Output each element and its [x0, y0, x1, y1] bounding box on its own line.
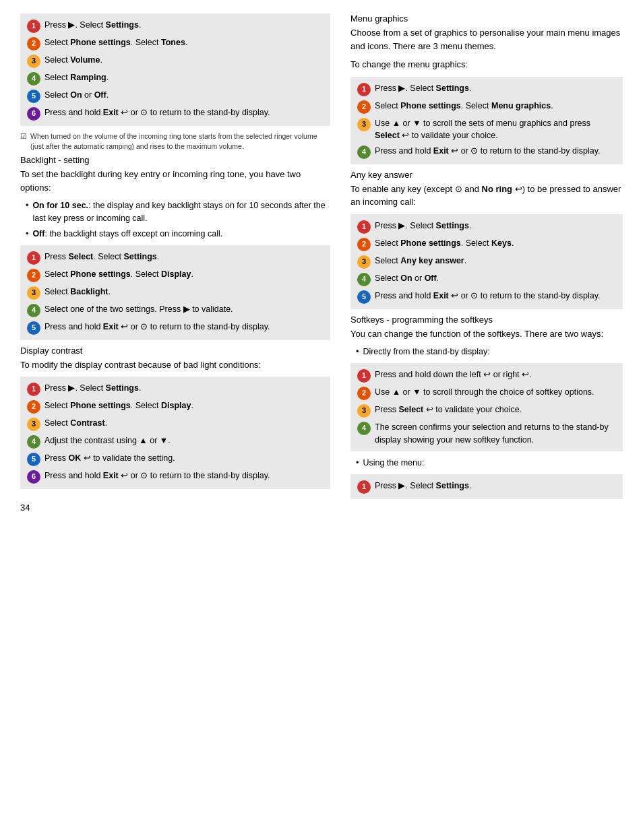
step-num-4: 4 — [357, 422, 371, 435]
step-row: 4 Select On or Off. — [357, 272, 616, 286]
step-num-1: 1 — [357, 220, 371, 234]
step-num-6: 6 — [27, 470, 40, 484]
step-num-3: 3 — [357, 255, 371, 269]
step-num-2: 2 — [357, 238, 371, 251]
step-num-5: 5 — [27, 453, 40, 466]
step-text: Press Select. Select Settings. — [44, 251, 324, 263]
left-column: 1 Press ▶. Select Settings. 2 Select Pho… — [20, 13, 330, 513]
menu-graphics-steps-block: 1 Press ▶. Select Settings. 2 Select Pho… — [350, 77, 623, 164]
contrast-intro: To modify the display contrast because o… — [20, 358, 330, 372]
menu-graphics-intro: Choose from a set of graphics to persona… — [350, 26, 623, 53]
page-container: 1 Press ▶. Select Settings. 2 Select Pho… — [20, 13, 623, 513]
step-row: 1 Press ▶. Select Settings. — [27, 19, 324, 33]
step-text: Select Phone settings. Select Display. — [44, 399, 324, 412]
step-num-6: 6 — [27, 107, 40, 121]
step-row: 1 Press ▶. Select Settings. — [357, 82, 616, 96]
step-text: Select On or Off. — [375, 272, 616, 284]
step-num-3: 3 — [357, 404, 371, 418]
step-num-1: 1 — [27, 251, 40, 265]
contrast-title: Display contrast — [20, 346, 330, 356]
step-row: 5 Select On or Off. — [27, 89, 324, 103]
any-key-intro: To enable any key (except ⊙ and No ring … — [350, 183, 623, 209]
step-num-4: 4 — [357, 146, 371, 159]
step-text: Select Any key answer. — [375, 255, 616, 267]
step-row: 6 Press and hold Exit ↩ or ⊙ to return t… — [27, 470, 324, 484]
note-icon: ☑ — [20, 131, 27, 141]
step-row: 1 Press ▶. Select Settings. — [357, 220, 616, 234]
softkeys-direct-steps-block: 1 Press and hold down the left ↩ or righ… — [350, 363, 623, 451]
step-row: 1 Press ▶. Select Settings. — [357, 480, 616, 494]
step-num-3: 3 — [27, 286, 40, 300]
step-row: 4 Select Ramping. — [27, 71, 324, 86]
step-row: 3 Press Select ↩ to validate your choice… — [357, 403, 616, 418]
step-row: 2 Select Phone settings. Select Display. — [27, 268, 324, 282]
volume-note: ☑ When turned on the volume of the incom… — [20, 131, 330, 151]
step-num-4: 4 — [27, 435, 40, 449]
step-text: Select Phone settings. Select Keys. — [375, 237, 616, 249]
backlight-bullets: On for 10 sec.: the display and key back… — [26, 199, 330, 239]
step-num-2: 2 — [27, 37, 40, 51]
step-text: Select one of the two settings. Press ▶ … — [44, 303, 324, 315]
step-row: 3 Select Contrast. — [27, 417, 324, 431]
step-text: Select Contrast. — [44, 417, 324, 429]
step-num-2: 2 — [27, 269, 40, 282]
step-row: 1 Press and hold down the left ↩ or righ… — [357, 368, 616, 383]
backlight-steps-block: 1 Press Select. Select Settings. 2 Selec… — [20, 245, 330, 340]
step-text: Press Select ↩ to validate your choice. — [375, 403, 616, 416]
step-row: 2 Select Phone settings. Select Menu gra… — [357, 100, 616, 114]
step-text: Press ▶. Select Settings. — [375, 220, 616, 232]
bullet-item: Off: the backlight stays off except on i… — [26, 228, 330, 240]
step-text: Press ▶. Select Settings. — [44, 19, 324, 31]
step-text: Press and hold Exit ↩ or ⊙ to return to … — [375, 290, 616, 302]
step-row: 5 Press and hold Exit ↩ or ⊙ to return t… — [357, 290, 616, 304]
step-row: 1 Press ▶. Select Settings. — [27, 382, 324, 396]
step-row: 4 Adjust the contrast using ▲ or ▼. — [27, 434, 324, 449]
step-row: 2 Select Phone settings. Select Keys. — [357, 237, 616, 251]
step-row: 4 Select one of the two settings. Press … — [27, 303, 324, 317]
menu-graphics-title: Menu graphics — [350, 13, 623, 24]
step-text: Use ▲ or ▼ to scroll through the choice … — [375, 386, 616, 398]
softkeys-directly-bullet: Directly from the stand-by display: — [356, 346, 623, 358]
step-num-1: 1 — [357, 83, 371, 96]
step-text: Select Backlight. — [44, 286, 324, 298]
step-num-3: 3 — [357, 118, 371, 131]
right-column: Menu graphics Choose from a set of graph… — [350, 13, 623, 513]
step-num-5: 5 — [357, 290, 371, 304]
any-key-steps-block: 1 Press ▶. Select Settings. 2 Select Pho… — [350, 214, 623, 309]
step-num-4: 4 — [357, 273, 371, 286]
step-row: 2 Use ▲ or ▼ to scroll through the choic… — [357, 386, 616, 400]
step-num-3: 3 — [27, 418, 40, 431]
contrast-steps-block: 1 Press ▶. Select Settings. 2 Select Pho… — [20, 377, 330, 489]
step-row: 5 Press OK ↩ to validate the setting. — [27, 452, 324, 466]
step-num-5: 5 — [27, 90, 40, 103]
step-num-2: 2 — [357, 100, 371, 114]
step-row: 2 Select Phone settings. Select Display. — [27, 399, 324, 414]
step-row: 1 Press Select. Select Settings. — [27, 251, 324, 265]
page-number: 34 — [20, 503, 330, 513]
step-text: Press and hold down the left ↩ or right … — [375, 368, 616, 381]
step-text: Press OK ↩ to validate the setting. — [44, 452, 324, 464]
step-row: 2 Select Phone settings. Select Tones. — [27, 36, 324, 51]
step-text: Press and hold Exit ↩ or ⊙ to return to … — [44, 470, 324, 482]
step-row: 5 Press and hold Exit ↩ or ⊙ to return t… — [27, 321, 324, 335]
step-text: Select Volume. — [44, 54, 324, 66]
step-num-1: 1 — [27, 383, 40, 396]
step-num-1: 1 — [357, 480, 371, 494]
step-row: 4 Press and hold Exit ↩ or ⊙ to return t… — [357, 145, 616, 159]
step-row: 3 Select Volume. — [27, 54, 324, 68]
step-num-4: 4 — [27, 72, 40, 86]
step-row: 6 Press and hold Exit ↩ or ⊙ to return t… — [27, 106, 324, 121]
step-num-2: 2 — [357, 387, 371, 400]
vol-steps-block: 1 Press ▶. Select Settings. 2 Select Pho… — [20, 13, 330, 126]
note-text: When turned on the volume of the incomin… — [30, 131, 330, 151]
bullet-item: Directly from the stand-by display: — [356, 346, 623, 358]
step-row: 3 Select Any key answer. — [357, 255, 616, 269]
step-text: Press and hold Exit ↩ or ⊙ to return to … — [44, 106, 324, 119]
step-text: Press ▶. Select Settings. — [375, 82, 616, 94]
step-num-4: 4 — [27, 304, 40, 317]
step-num-1: 1 — [357, 369, 371, 383]
step-text: Select Ramping. — [44, 71, 324, 84]
backlight-title: Backlight - setting — [20, 155, 330, 165]
step-text: Select Phone settings. Select Menu graph… — [375, 100, 616, 112]
step-text: The screen confirms your selection and r… — [375, 421, 616, 445]
